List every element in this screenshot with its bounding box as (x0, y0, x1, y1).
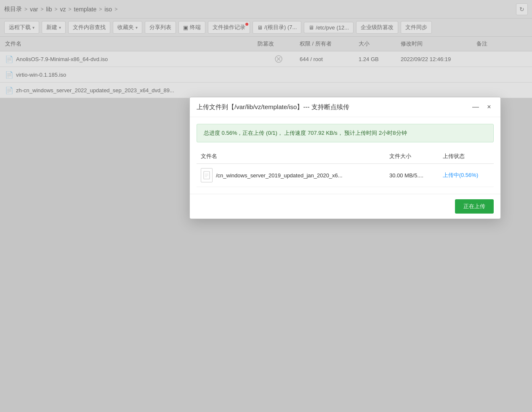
upload-status-text: 上传中(0.56%) (443, 172, 479, 178)
dialog-body: 总进度 0.56%，正在上传 (0/1)， 上传速度 707.92 KB/s， … (190, 117, 500, 194)
upload-file-icon (201, 168, 213, 182)
progress-banner: 总进度 0.56%，正在上传 (0/1)， 上传速度 707.92 KB/s， … (197, 124, 494, 142)
uploading-button[interactable]: 正在上传 (455, 199, 494, 214)
dialog-close-button[interactable]: × (484, 102, 494, 112)
upload-col-status: 上传状态 (439, 149, 494, 164)
upload-filename-text: /cn_windows_server_2019_updated_jan_2020… (216, 172, 343, 179)
upload-file-cell: /cn_windows_server_2019_updated_jan_2020… (197, 164, 385, 187)
dialog-title: 上传文件到【/var/lib/vz/template/iso】--- 支持断点续… (197, 103, 349, 111)
dialog-titlebar: 上传文件到【/var/lib/vz/template/iso】--- 支持断点续… (190, 97, 500, 117)
upload-col-size: 文件大小 (385, 149, 439, 164)
dialog-footer: 正在上传 (190, 194, 500, 219)
upload-size-cell: 30.00 MB/5.... (385, 164, 439, 187)
upload-dialog: 上传文件到【/var/lib/vz/template/iso】--- 支持断点续… (189, 97, 501, 219)
upload-status-cell: 上传中(0.56%) (439, 164, 494, 187)
upload-row: /cn_windows_server_2019_updated_jan_2020… (197, 164, 494, 187)
dialog-minimize-button[interactable]: — (471, 102, 480, 112)
upload-col-filename: 文件名 (197, 149, 385, 164)
upload-filename-cell: /cn_windows_server_2019_updated_jan_2020… (201, 168, 381, 182)
progress-text: 总进度 0.56%，正在上传 (0/1)， 上传速度 707.92 KB/s， … (204, 130, 407, 136)
upload-table: 文件名 文件大小 上传状态 (197, 149, 494, 187)
dialog-controls: — × (471, 102, 494, 112)
